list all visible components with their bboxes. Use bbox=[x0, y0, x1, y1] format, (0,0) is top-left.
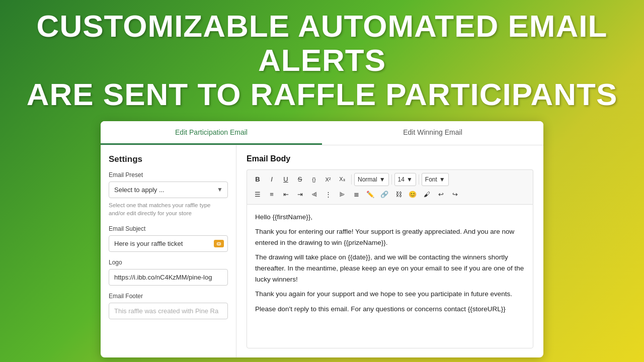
align-left-button[interactable]: ⫷ bbox=[307, 188, 320, 201]
emoji-button[interactable]: 😊 bbox=[406, 188, 419, 201]
ordered-list-button[interactable]: ≡ bbox=[265, 188, 278, 201]
align-right-button[interactable]: ⫸ bbox=[336, 188, 349, 201]
redo-button[interactable]: ↪ bbox=[448, 188, 461, 201]
indent-button[interactable]: ⇥ bbox=[293, 188, 306, 201]
toolbar-separator-3 bbox=[419, 174, 419, 185]
email-footer-input[interactable] bbox=[109, 303, 228, 319]
email-preset-group: Email Preset Select to apply ... ▼ Selec… bbox=[109, 171, 228, 217]
align-center-button[interactable]: ⋮ bbox=[321, 188, 335, 201]
settings-title: Settings bbox=[109, 154, 228, 164]
email-subject-label: Email Subject bbox=[109, 225, 228, 232]
email-preset-label: Email Preset bbox=[109, 171, 228, 178]
email-preset-select-wrapper: Select to apply ... ▼ bbox=[109, 182, 228, 198]
link-button[interactable]: 🔗 bbox=[378, 188, 391, 201]
main-card: Edit Participation Email Edit Winning Em… bbox=[101, 121, 543, 357]
subscript-button[interactable]: X₂ bbox=[336, 173, 349, 186]
code-button[interactable]: {} bbox=[307, 173, 320, 186]
para4-text: Please don't reply to this email. For an… bbox=[255, 304, 525, 315]
email-body-panel: Email Body B I U S {} X² X₂ Normal ▼ bbox=[236, 145, 543, 357]
logo-input[interactable] bbox=[109, 269, 228, 286]
style-dropdown[interactable]: Normal ▼ bbox=[354, 173, 389, 186]
email-subject-group: Email Subject 🎟 bbox=[109, 225, 228, 252]
toolbar-separator-1 bbox=[351, 174, 352, 185]
tab-participation[interactable]: Edit Participation Email bbox=[101, 121, 322, 145]
fontsize-arrow-icon: ▼ bbox=[407, 176, 413, 183]
strikethrough-button[interactable]: S bbox=[293, 173, 306, 186]
font-dropdown[interactable]: Font ▼ bbox=[422, 173, 449, 186]
email-subject-input[interactable] bbox=[109, 235, 228, 252]
superscript-button[interactable]: X² bbox=[321, 173, 335, 186]
toolbar-row-1: B I U S {} X² X₂ Normal ▼ 14 ▼ bbox=[251, 173, 529, 186]
email-preset-help: Select one that matches your raffle type… bbox=[109, 201, 228, 217]
logo-label: Logo bbox=[109, 259, 228, 266]
ticket-icon: 🎟 bbox=[214, 240, 224, 247]
greeting-text: Hello {{firstName}}, bbox=[255, 212, 525, 223]
para3-text: Thank you again for your support and we … bbox=[255, 289, 525, 300]
email-footer-group: Email Footer bbox=[109, 293, 228, 319]
bold-button[interactable]: B bbox=[251, 173, 264, 186]
tab-winning[interactable]: Edit Winning Email bbox=[322, 121, 543, 145]
edit-button[interactable]: ✏️ bbox=[364, 188, 377, 201]
undo-button[interactable]: ↩ bbox=[434, 188, 447, 201]
email-body-title: Email Body bbox=[247, 154, 533, 163]
settings-panel: Settings Email Preset Select to apply ..… bbox=[101, 145, 236, 357]
toolbar-row-2: ☰ ≡ ⇤ ⇥ ⫷ ⋮ ⫸ ≣ ✏️ 🔗 ⛓ 😊 🖌 ↩ ↪ bbox=[251, 188, 529, 201]
font-arrow-icon: ▼ bbox=[439, 176, 445, 183]
para2-text: The drawing will take place on {{date}},… bbox=[255, 252, 525, 285]
justify-button[interactable]: ≣ bbox=[350, 188, 363, 201]
highlight-button[interactable]: 🖌 bbox=[420, 188, 433, 201]
email-editor[interactable]: Hello {{firstName}}, Thank you for enter… bbox=[247, 204, 533, 348]
italic-button[interactable]: I bbox=[265, 173, 278, 186]
hero-title: CUSTOMIZABLE AUTOMATED EMAIL ALERTS ARE … bbox=[0, 0, 644, 119]
para1-text: Thank you for entering our raffle! Your … bbox=[255, 226, 525, 248]
toolbar-separator-2 bbox=[391, 174, 392, 185]
unordered-list-button[interactable]: ☰ bbox=[251, 188, 264, 201]
email-preset-select[interactable]: Select to apply ... bbox=[109, 182, 228, 198]
email-footer-label: Email Footer bbox=[109, 293, 228, 300]
email-toolbar: B I U S {} X² X₂ Normal ▼ 14 ▼ bbox=[247, 169, 533, 204]
logo-group: Logo bbox=[109, 259, 228, 286]
underline-button[interactable]: U bbox=[279, 173, 292, 186]
dropdown-arrow-icon: ▼ bbox=[379, 176, 385, 183]
fontsize-dropdown[interactable]: 14 ▼ bbox=[394, 173, 416, 186]
card-body: Settings Email Preset Select to apply ..… bbox=[101, 145, 543, 357]
tab-bar: Edit Participation Email Edit Winning Em… bbox=[101, 121, 543, 145]
unlink-button[interactable]: ⛓ bbox=[392, 188, 405, 201]
outdent-button[interactable]: ⇤ bbox=[279, 188, 292, 201]
